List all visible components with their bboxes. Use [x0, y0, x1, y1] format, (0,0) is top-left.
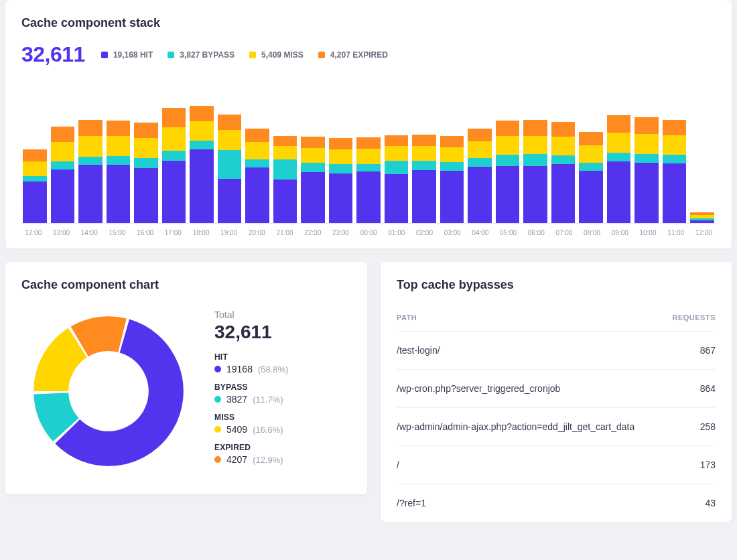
bar-column[interactable]	[663, 83, 687, 223]
bar-segment-miss	[78, 136, 103, 157]
bar-column[interactable]	[190, 83, 214, 223]
bar-segment-hit	[107, 165, 131, 223]
donut-stat-name: HIT	[214, 352, 288, 362]
bar-segment-hit	[356, 171, 381, 223]
bar-column[interactable]	[440, 83, 464, 223]
bypass-path: /test-login/	[397, 345, 440, 356]
bar-column[interactable]	[496, 83, 520, 223]
donut-stat: BYPASS3827(11.7%)	[214, 382, 288, 405]
legend-item[interactable]: 19,168 HIT	[101, 50, 153, 60]
bar-column[interactable]	[607, 83, 631, 223]
legend-label: 19,168 HIT	[113, 50, 153, 60]
x-tick: 15:00	[105, 229, 129, 236]
x-tick: 23:00	[329, 229, 353, 236]
legend-label: 4,207 EXPIRED	[330, 50, 388, 60]
bar-segment-bypass	[551, 155, 576, 164]
bar-segment-hit	[218, 179, 242, 223]
x-tick: 05:00	[496, 229, 521, 236]
donut-slice-miss[interactable]	[51, 343, 78, 391]
bar-column[interactable]	[23, 83, 47, 223]
donut-stat-name: BYPASS	[214, 382, 288, 392]
x-tick: 04:00	[468, 229, 492, 236]
bar-column[interactable]	[107, 83, 131, 223]
bar-segment-expired	[634, 117, 659, 134]
bar-segment-expired	[190, 106, 214, 121]
x-tick: 19:00	[217, 229, 241, 236]
donut-stat-name: EXPIRED	[214, 443, 288, 452]
legend-item[interactable]: 4,207 EXPIRED	[318, 50, 388, 60]
donut-total-value: 32,611	[214, 322, 288, 343]
bar-column[interactable]	[579, 83, 603, 223]
bar-segment-bypass	[301, 163, 325, 172]
stack-header: 32,611 19,168 HIT3,827 BYPASS5,409 MISS4…	[21, 42, 716, 67]
bar-segment-miss	[356, 149, 381, 164]
table-row[interactable]: /?ref=143	[397, 484, 716, 522]
bar-segment-expired	[496, 121, 520, 136]
table-row[interactable]: /test-login/867	[397, 332, 716, 370]
bar-column[interactable]	[356, 83, 381, 223]
legend-swatch	[168, 52, 174, 58]
legend-swatch	[249, 52, 256, 58]
table-row[interactable]: /173	[397, 446, 716, 484]
donut-stat-pct: (11.7%)	[253, 395, 283, 405]
x-tick: 21:00	[273, 229, 297, 236]
bar-segment-bypass	[78, 157, 103, 165]
bar-column[interactable]	[162, 83, 186, 223]
legend-swatch	[318, 52, 325, 58]
x-tick: 22:00	[301, 229, 325, 236]
bar-segment-bypass	[385, 161, 409, 174]
donut-slice-expired[interactable]	[80, 334, 123, 342]
bar-segment-expired	[51, 127, 75, 142]
bar-column[interactable]	[78, 83, 103, 223]
bar-column[interactable]	[51, 83, 75, 223]
x-tick: 12:00	[21, 229, 46, 236]
table-row[interactable]: /wp-cron.php?server_triggered_cronjob864	[397, 370, 716, 408]
x-tick: 02:00	[413, 229, 437, 236]
bar-segment-bypass	[523, 154, 547, 166]
bar-column[interactable]	[634, 83, 659, 223]
bar-column[interactable]	[301, 83, 325, 223]
bar-segment-miss	[273, 146, 297, 159]
bar-segment-expired	[78, 120, 103, 136]
x-tick: 18:00	[189, 229, 213, 236]
bar-column[interactable]	[385, 83, 409, 223]
donut-slice-bypass[interactable]	[51, 394, 66, 430]
bar-column[interactable]	[690, 83, 714, 223]
bar-segment-bypass	[634, 154, 659, 163]
bar-column[interactable]	[412, 83, 436, 223]
bar-segment-hit	[134, 168, 158, 223]
bar-segment-bypass	[107, 156, 131, 165]
bar-column[interactable]	[551, 83, 576, 223]
bar-segment-expired	[663, 120, 687, 135]
bar-segment-miss	[607, 133, 631, 153]
bar-segment-miss	[496, 136, 520, 155]
bar-segment-expired	[273, 136, 297, 146]
bar-column[interactable]	[468, 83, 492, 223]
x-tick: 11:00	[664, 229, 688, 236]
bar-column[interactable]	[134, 83, 158, 223]
bypass-requests: 258	[700, 421, 716, 432]
x-tick: 01:00	[385, 229, 409, 236]
bar-column[interactable]	[245, 83, 269, 223]
bar-column[interactable]	[273, 83, 297, 223]
legend-item[interactable]: 3,827 BYPASS	[168, 50, 234, 60]
donut-stat-pct: (16.6%)	[253, 425, 283, 435]
legend-item[interactable]: 5,409 MISS	[249, 50, 304, 60]
bar-segment-miss	[51, 142, 75, 161]
table-row[interactable]: /wp-admin/admin-ajax.php?action=edd_jilt…	[397, 408, 716, 446]
bar-segment-bypass	[51, 161, 75, 169]
bypass-requests: 864	[700, 383, 716, 394]
bar-column[interactable]	[329, 83, 353, 223]
donut-stat-value: 19168	[226, 364, 253, 374]
cache-donut-card: Cache component chart Total 32,611 HIT19…	[5, 262, 367, 494]
bar-segment-hit	[190, 149, 214, 223]
bar-segment-bypass	[663, 155, 687, 163]
col-path: PATH	[397, 313, 417, 322]
bar-segment-hit	[78, 165, 103, 223]
bypass-path: /wp-cron.php?server_triggered_cronjob	[397, 383, 560, 394]
bar-segment-bypass	[356, 164, 381, 171]
bar-column[interactable]	[523, 83, 547, 223]
bypass-requests: 173	[700, 460, 716, 470]
bar-x-axis: 12:0013:0014:0015:0016:0017:0018:0019:00…	[21, 229, 716, 236]
bar-column[interactable]	[218, 83, 242, 223]
